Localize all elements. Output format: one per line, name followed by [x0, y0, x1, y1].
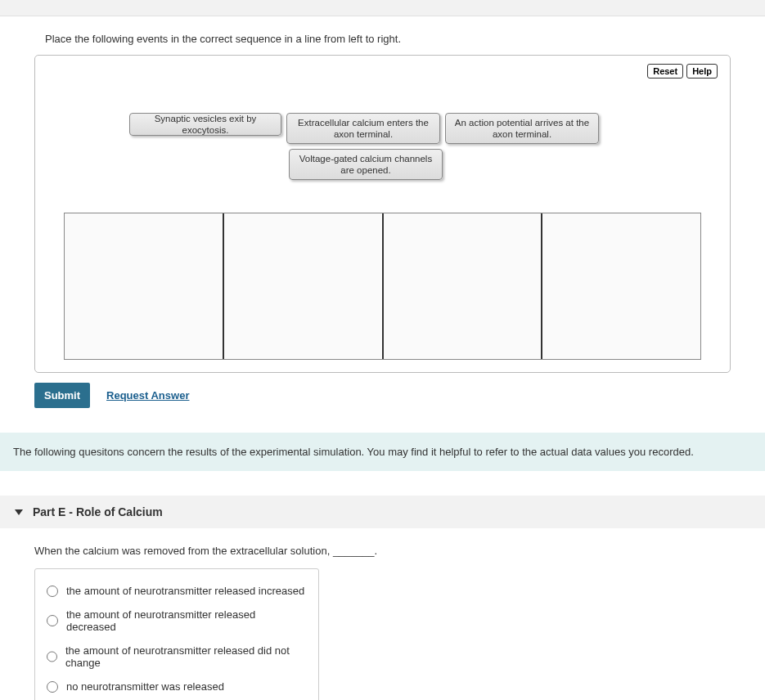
- radio-option-4[interactable]: [47, 681, 58, 693]
- help-button[interactable]: Help: [686, 64, 718, 79]
- part-d-instruction: Place the following events in the correc…: [0, 16, 765, 55]
- option-row-4[interactable]: no neurotransmitter was released: [47, 675, 307, 698]
- tiles-row-2: Voltage-gated calcium channels are opene…: [289, 149, 668, 180]
- tile-calcium-enters[interactable]: Extracellular calcium enters the axon te…: [286, 113, 440, 144]
- tile-exocytosis[interactable]: Synaptic vesicles exit by exocytosis.: [129, 113, 281, 136]
- option-label-2: the amount of neurotransmitter released …: [66, 608, 307, 633]
- reset-button[interactable]: Reset: [647, 64, 683, 79]
- option-label-4: no neurotransmitter was released: [66, 680, 224, 693]
- drop-slot-2[interactable]: [224, 213, 384, 359]
- drop-slot-4[interactable]: [542, 213, 700, 359]
- top-header-bar: [0, 0, 765, 16]
- radio-option-1[interactable]: [47, 586, 58, 597]
- option-label-3: the amount of neurotransmitter released …: [65, 644, 307, 669]
- option-label-1: the amount of neurotransmitter released …: [66, 585, 304, 597]
- sequence-activity-box: Reset Help Synaptic vesicles exit by exo…: [34, 55, 731, 373]
- option-row-3[interactable]: the amount of neurotransmitter released …: [47, 639, 307, 675]
- request-answer-link[interactable]: Request Answer: [106, 389, 189, 402]
- part-d-actions: Submit Request Answer: [34, 383, 765, 408]
- info-banner: The following quesitons concern the resu…: [0, 433, 765, 471]
- tile-voltage-gated[interactable]: Voltage-gated calcium channels are opene…: [289, 149, 443, 180]
- part-e-question: When the calcium was removed from the ex…: [0, 528, 765, 568]
- sequence-drop-zone: [64, 213, 701, 360]
- radio-option-2[interactable]: [47, 615, 58, 626]
- option-row-1[interactable]: the amount of neurotransmitter released …: [47, 579, 307, 603]
- drop-slot-3[interactable]: [384, 213, 543, 359]
- part-e-options: the amount of neurotransmitter released …: [34, 568, 319, 700]
- draggable-tiles-area: Synaptic vesicles exit by exocytosis. Ex…: [129, 113, 668, 180]
- drop-slot-1[interactable]: [65, 213, 224, 359]
- collapse-icon[interactable]: [15, 509, 23, 515]
- activity-controls: Reset Help: [647, 64, 718, 79]
- option-row-2[interactable]: the amount of neurotransmitter released …: [47, 603, 307, 639]
- part-e-header: Part E - Role of Calcium: [0, 496, 765, 528]
- tile-action-potential[interactable]: An action potential arrives at the axon …: [445, 113, 599, 144]
- radio-option-3[interactable]: [47, 651, 57, 662]
- part-e-title: Part E - Role of Calcium: [33, 505, 163, 518]
- tiles-row-1: Synaptic vesicles exit by exocytosis. Ex…: [129, 113, 668, 144]
- submit-button[interactable]: Submit: [34, 383, 90, 408]
